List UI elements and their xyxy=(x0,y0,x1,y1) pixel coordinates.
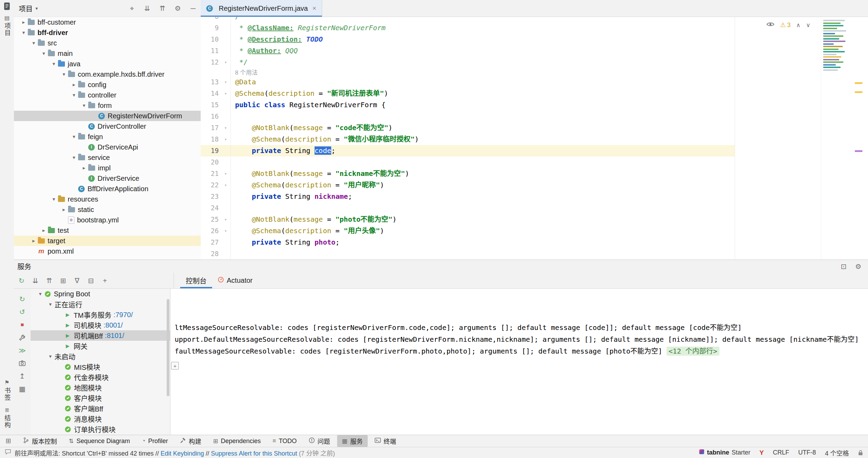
refresh-icon[interactable]: ↻ xyxy=(17,277,26,285)
tool-window-button-Profiler[interactable]: ◔Profiler xyxy=(137,436,173,446)
fold-marker-icon[interactable]: ▾ xyxy=(221,134,231,145)
folded-lines-chip[interactable]: <12 个内部行> xyxy=(667,347,719,356)
scroll-to-end-icon[interactable]: ≫ xyxy=(18,346,26,355)
services-tree-item[interactable]: 地图模块 xyxy=(31,382,170,393)
services-tree-item[interactable]: ▶司机模块:8001/ xyxy=(31,320,170,330)
deploy-icon[interactable]: ↥ xyxy=(18,372,26,380)
chevron-open-icon[interactable]: ▾ xyxy=(60,71,68,77)
fold-marker-icon[interactable]: ▾ xyxy=(221,225,231,237)
expand-all-icon[interactable]: ⇊ xyxy=(143,4,151,12)
tool-window-button-Dependencies[interactable]: ⊞Dependencies xyxy=(208,436,266,446)
collapse-all-icon[interactable]: ⇈ xyxy=(158,4,167,12)
services-tree-item[interactable]: ▶TM事务服务:7970/ xyxy=(31,309,170,320)
tool-window-button-服务[interactable]: ▦服务 xyxy=(337,435,368,447)
chevron-open-icon[interactable]: ▾ xyxy=(70,134,78,140)
hide-icon[interactable]: ─ xyxy=(189,4,197,12)
project-tree-item[interactable]: ▾main xyxy=(14,48,201,59)
fold-marker-icon[interactable]: ▾ xyxy=(221,214,231,225)
dashboard-layout-icon[interactable]: ▦ xyxy=(18,385,26,393)
project-panel-title[interactable]: 项目 xyxy=(19,3,33,14)
project-tree-item[interactable]: ▾service xyxy=(14,152,201,163)
tool-window-button-问题[interactable]: 问题 xyxy=(304,435,335,447)
group-by-icon[interactable]: ⊞ xyxy=(59,277,67,285)
project-tree-item[interactable]: ▾bff-driver xyxy=(14,27,201,38)
stripe-tab-结构[interactable]: ≣结构 xyxy=(0,404,14,431)
services-tree-item[interactable]: 代金券模块 xyxy=(31,372,170,382)
project-tree-item[interactable]: ▸target xyxy=(14,236,201,246)
status-link[interactable]: Edit Keybinding xyxy=(160,450,204,457)
tab-控制台[interactable]: 控制台 xyxy=(180,273,212,288)
services-tree-item[interactable]: 客户模块 xyxy=(31,393,170,403)
warning-count-badge[interactable]: ⚠3 xyxy=(780,21,791,29)
chevron-open-icon[interactable]: ▾ xyxy=(70,154,78,161)
collapse-all-icon[interactable]: ⇈ xyxy=(45,277,53,285)
locate-icon[interactable]: ⌖ xyxy=(128,4,136,12)
flatten-icon[interactable]: ⊟ xyxy=(87,277,95,285)
scrollbar-mark[interactable] xyxy=(855,91,862,93)
stripe-tab-书签[interactable]: ⚑书签 xyxy=(0,376,14,404)
settings-icon[interactable]: ⚙ xyxy=(174,4,182,12)
services-tree-item[interactable]: 客户端Bff xyxy=(31,403,170,414)
services-tree-item[interactable]: 消息模块 xyxy=(31,414,170,424)
stripe-tab-项目[interactable]: ▤项目 xyxy=(0,12,14,39)
project-tree-item[interactable]: ⚙bootstrap.yml xyxy=(14,215,201,225)
fold-marker-icon[interactable]: ▾ xyxy=(221,76,231,88)
tab-Actuator[interactable]: Actuator xyxy=(212,273,258,288)
services-tree-item[interactable]: ▾Spring Boot xyxy=(31,289,170,299)
project-tree-item[interactable]: ▸static xyxy=(14,204,201,215)
services-tree-item[interactable]: 订单执行模块 xyxy=(31,424,170,434)
chevron-open-icon[interactable]: ▾ xyxy=(46,301,55,307)
services-tree-item[interactable]: ▾未启动 xyxy=(31,351,170,362)
project-tree-item[interactable]: ▾java xyxy=(14,59,201,69)
chevron-open-icon[interactable]: ▾ xyxy=(40,50,48,57)
eye-icon[interactable] xyxy=(766,22,775,28)
tool-window-button-Sequence Diagram[interactable]: ⇅Sequence Diagram xyxy=(64,436,135,446)
project-tree-item[interactable]: ▾com.example.hxds.bff.driver xyxy=(14,69,201,79)
project-tree-item[interactable]: ▾feign xyxy=(14,132,201,142)
add-service-icon[interactable]: + xyxy=(101,277,109,285)
fold-marker-icon[interactable]: ▾ xyxy=(221,179,231,191)
project-tree-item[interactable]: ▾src xyxy=(14,38,201,48)
tabnine-widget[interactable]: tabnine Starter xyxy=(699,449,750,456)
chevron-closed-icon[interactable]: ▸ xyxy=(80,165,88,171)
status-link[interactable]: Suppress Alert for this Shortcut xyxy=(211,450,297,457)
close-icon[interactable]: × xyxy=(312,5,316,12)
project-tree-item[interactable]: ▾controller xyxy=(14,90,201,100)
chevron-closed-icon[interactable]: ▸ xyxy=(70,82,78,88)
project-tree-item[interactable]: ▸impl xyxy=(14,163,201,173)
stop-icon[interactable]: ■ xyxy=(18,321,26,329)
tool-window-button-终端[interactable]: 终端 xyxy=(370,435,401,447)
chevron-open-icon[interactable]: ▾ xyxy=(36,291,44,297)
tool-window-button-版本控制[interactable]: 版本控制 xyxy=(18,435,62,447)
editor-minimap[interactable] xyxy=(821,17,868,260)
project-tree-item[interactable]: CBffDriverApplication xyxy=(14,184,201,194)
encoding-indicator[interactable]: UTF-8 xyxy=(798,449,816,456)
indent-indicator[interactable]: 4 个空格 xyxy=(825,448,849,457)
service-port-link[interactable]: :8101/ xyxy=(105,332,124,340)
chevron-open-icon[interactable]: ▾ xyxy=(19,29,28,36)
project-tree-item[interactable]: CDriverController xyxy=(14,121,201,132)
project-tree-item[interactable]: ▸config xyxy=(14,79,201,90)
chevron-open-icon[interactable]: ▾ xyxy=(70,92,78,98)
previous-problem-icon[interactable]: ∧ xyxy=(796,22,800,29)
restart-icon[interactable]: ↺ xyxy=(18,308,26,316)
chevron-closed-icon[interactable]: ▸ xyxy=(60,206,68,213)
line-ending-indicator[interactable]: CRLF xyxy=(773,449,789,456)
project-tree-item[interactable]: mpom.xml xyxy=(14,246,201,256)
services-tree-item[interactable]: ▶网关 xyxy=(31,341,170,351)
project-tree-item[interactable]: IDrServiceApi xyxy=(14,142,201,152)
service-port-link[interactable]: :7970/ xyxy=(114,311,133,319)
fold-marker-icon[interactable]: ▾ xyxy=(221,168,231,179)
tool-window-switcher-icon[interactable]: ⊞ xyxy=(4,437,12,445)
tool-window-button-TODO[interactable]: ≡TODO xyxy=(268,436,302,446)
settings-icon[interactable]: ⚙ xyxy=(854,262,862,271)
service-port-link[interactable]: :8001/ xyxy=(103,321,123,329)
fold-marker-icon[interactable]: ▾ xyxy=(221,88,231,99)
project-tree-item[interactable]: ▸test xyxy=(14,225,201,236)
chevron-open-icon[interactable]: ▾ xyxy=(46,353,55,359)
chevron-open-icon[interactable]: ▾ xyxy=(50,61,58,67)
next-problem-icon[interactable]: ∨ xyxy=(806,22,810,29)
chevron-open-icon[interactable]: ▾ xyxy=(30,40,38,46)
notification-bubble-icon[interactable] xyxy=(5,449,11,456)
edit-configuration-icon[interactable] xyxy=(18,333,26,342)
